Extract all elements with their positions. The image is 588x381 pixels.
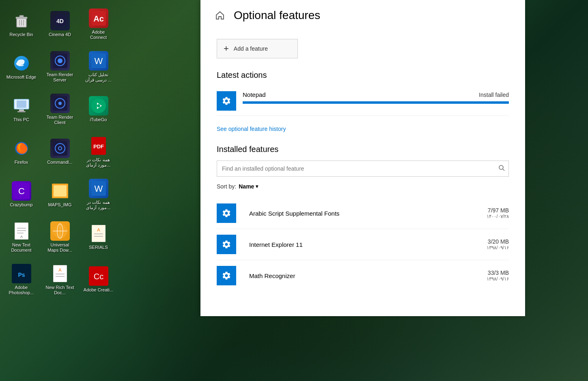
svg-text:PDF: PDF xyxy=(93,143,104,150)
math-info: Math Recognizer xyxy=(249,272,487,279)
desktop-icon-commandl[interactable]: Commandl... xyxy=(43,132,77,172)
svg-point-13 xyxy=(58,58,62,63)
svg-text:W: W xyxy=(94,184,103,194)
arabic-fonts-meta: 7/97 MB ۱۴۰۰/۰۷/۲۸ xyxy=(487,207,509,219)
desktop-icon-label: همه نکات در مورد آزمای... xyxy=(83,200,114,210)
svg-text:A: A xyxy=(20,235,22,239)
add-feature-label: Add a feature xyxy=(234,45,268,52)
desktop-icon-label: Adobe Creati... xyxy=(84,287,113,293)
installed-features-title: Installed features xyxy=(217,145,509,154)
arabic-fonts-name: Arabic Script Supplemental Fonts xyxy=(249,210,487,217)
svg-text:C: C xyxy=(18,186,25,196)
desktop-icon-label: SERIALS xyxy=(89,245,108,250)
action-details-notepad: Notepad Install failed xyxy=(243,91,509,104)
sort-dropdown[interactable]: Name ▾ xyxy=(239,183,258,190)
settings-panel: Optional features + Add a feature Latest… xyxy=(200,0,525,316)
arabic-fonts-date: ۱۴۰۰/۰۷/۲۸ xyxy=(487,214,509,219)
sort-row: Sort by: Name ▾ xyxy=(217,183,509,190)
desktop-icon-label: Microsoft Edge xyxy=(6,75,36,80)
desktop-icon-new-rich-text[interactable]: A New Rich Text Doc... xyxy=(43,259,77,300)
progress-bar-fill xyxy=(243,101,509,104)
desktop-icon-this-pc[interactable]: This PC xyxy=(4,89,39,130)
desktop-icon-label: همه نکات در مورد آزمای... xyxy=(83,157,114,168)
ie11-meta: 3/20 MB ۱۳۹۸/۰۹/۱۶ xyxy=(487,238,509,250)
desktop-icon-label: New Text Document xyxy=(6,242,37,253)
desktop-icon-itubego[interactable]: iTubeGo xyxy=(81,89,116,130)
arabic-fonts-icon xyxy=(217,203,236,223)
svg-rect-17 xyxy=(17,101,26,108)
action-item-notepad: Notepad Install failed xyxy=(217,86,509,116)
desktop-icon-label: New Rich Text Doc... xyxy=(45,285,75,295)
desktop-icon-label: Team Render Server xyxy=(45,72,75,83)
desktop-icon-label: Crazybump xyxy=(10,202,32,208)
desktop-icon-photoshop[interactable]: Ps Adobe Photoshop... xyxy=(4,259,39,300)
svg-text:A: A xyxy=(58,268,62,272)
math-date: ۱۳۹۸/۰۹/۱۶ xyxy=(487,276,509,282)
add-feature-button[interactable]: + Add a feature xyxy=(217,39,298,58)
desktop-icon-label: Firefox xyxy=(15,160,28,165)
svg-point-25 xyxy=(97,104,100,107)
desktop-icon-ms-edge[interactable]: Microsoft Edge xyxy=(4,47,39,87)
panel-content: + Add a feature Latest actions Notepad I… xyxy=(200,31,525,299)
svg-text:Ac: Ac xyxy=(93,14,104,23)
search-button[interactable] xyxy=(498,165,505,173)
desktop-icon-adobe-connect[interactable]: Ac Adobe Connect xyxy=(81,4,116,45)
ie11-info: Internet Explorer 11 xyxy=(249,241,487,248)
arabic-fonts-size: 7/97 MB xyxy=(487,207,509,214)
svg-line-60 xyxy=(503,169,504,171)
desktop-icon-pdf-notes[interactable]: PDF همه نکات در مورد آزمای... xyxy=(81,132,116,172)
svg-text:Cc: Cc xyxy=(93,272,103,281)
desktop-icon-team-render-server[interactable]: Team Render Server xyxy=(43,47,77,87)
progress-bar xyxy=(243,101,509,104)
desktop-icons-area: Recycle Bin 4D Cinema 4D Ac Adobe Connec… xyxy=(0,0,118,381)
desktop-icon-label: MAPS_IMG xyxy=(48,202,71,208)
svg-rect-2 xyxy=(19,15,24,17)
desktop-icon-recycle-bin[interactable]: Recycle Bin xyxy=(4,4,39,45)
desktop-icon-firefox[interactable]: Firefox xyxy=(4,132,39,172)
desktop-icon-label: تحلیل کتاب درسی قرآن ... xyxy=(83,72,114,83)
feature-item-ie11[interactable]: Internet Explorer 11 3/20 MB ۱۳۹۸/۰۹/۱۶ xyxy=(217,229,509,260)
desktop-icon-word-notes[interactable]: W همه نکات در مورد آزمای... xyxy=(81,174,116,215)
chevron-down-icon: ▾ xyxy=(256,184,258,189)
desktop-icon-label: Cinema 4D xyxy=(49,32,71,37)
svg-point-59 xyxy=(499,165,503,169)
desktop-icon-new-text-doc[interactable]: A New Text Document xyxy=(4,217,39,257)
desktop-icon-label: Recycle Bin xyxy=(9,32,33,37)
ie11-size: 3/20 MB xyxy=(487,238,509,245)
math-icon xyxy=(217,266,236,285)
feature-item-arabic[interactable]: Arabic Script Supplemental Fonts 7/97 MB… xyxy=(217,198,509,229)
latest-actions-title: Latest actions xyxy=(217,71,509,80)
desktop-icon-team-render-client[interactable]: Team Render Client xyxy=(43,89,77,130)
desktop-icon-serials[interactable]: A SERIALS xyxy=(81,217,116,257)
installed-features-section: Installed features Sort by: Name ▾ xyxy=(217,145,509,291)
history-link[interactable]: See optional feature history xyxy=(217,126,286,132)
desktop-icon-book-farsi[interactable]: W تحلیل کتاب درسی قرآن ... xyxy=(81,47,116,87)
desktop-icon-universal-maps[interactable]: Universal Maps Dow... xyxy=(43,217,77,257)
desktop-icon-label: This PC xyxy=(13,117,29,122)
home-button[interactable] xyxy=(213,8,227,23)
desktop-icon-label: Team Render Client xyxy=(45,115,75,125)
desktop-icon-adobe-create[interactable]: Cc Adobe Creati... xyxy=(81,259,116,300)
action-name: Notepad xyxy=(243,91,266,98)
svg-rect-19 xyxy=(17,111,26,112)
svg-text:W: W xyxy=(94,56,103,66)
feature-item-math[interactable]: Math Recognizer 33/3 MB ۱۳۹۸/۰۹/۱۶ xyxy=(217,260,509,291)
panel-header: Optional features xyxy=(200,0,525,31)
math-name: Math Recognizer xyxy=(249,272,487,279)
desktop-icon-crazybump[interactable]: C Crazybump xyxy=(4,174,39,215)
search-container xyxy=(217,161,509,177)
desktop-icon-label: iTubeGo xyxy=(90,117,107,122)
panel-title: Optional features xyxy=(234,9,320,22)
svg-rect-1 xyxy=(16,17,27,19)
action-name-row: Notepad Install failed xyxy=(243,91,509,98)
desktop-icon-maps-img[interactable]: MAPS_IMG xyxy=(43,174,77,215)
plus-icon: + xyxy=(224,43,229,54)
desktop-icon-label: Adobe Photoshop... xyxy=(6,285,37,295)
notepad-icon xyxy=(217,91,236,111)
desktop-icon-cinema4d[interactable]: 4D Cinema 4D xyxy=(43,4,77,45)
desktop-icon-label: Commandl... xyxy=(47,160,72,165)
search-input[interactable] xyxy=(217,161,509,177)
svg-rect-35 xyxy=(54,185,67,197)
desktop-icon-label: Universal Maps Dow... xyxy=(45,242,75,253)
svg-point-22 xyxy=(58,102,62,105)
